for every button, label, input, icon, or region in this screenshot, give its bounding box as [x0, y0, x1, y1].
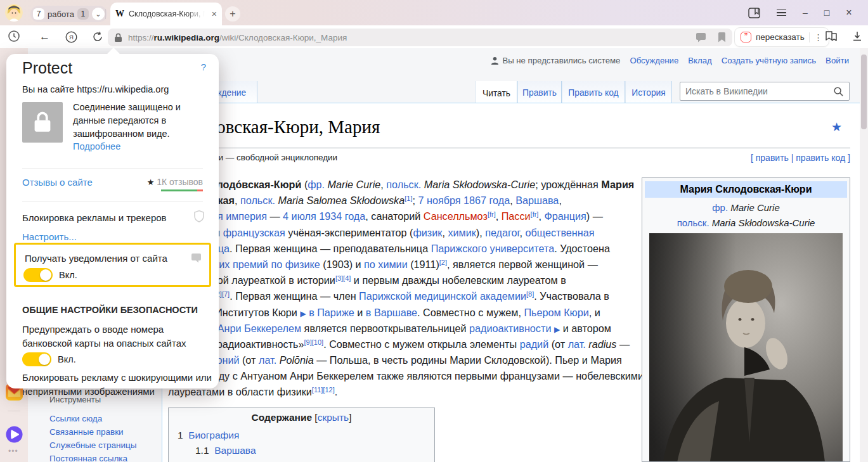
history-icon[interactable]: [8, 30, 20, 45]
extensions-icon[interactable]: [824, 30, 838, 45]
page-scrollbar-thumb[interactable]: [861, 55, 867, 129]
downloads-icon[interactable]: [852, 31, 862, 44]
panel-divider: [22, 168, 203, 169]
tab-history[interactable]: История: [625, 81, 672, 103]
tab-group[interactable]: 7 работа 1 ⌄: [30, 6, 107, 22]
sidebar-link-related[interactable]: Связанные правки: [49, 427, 124, 437]
alice-assistant-icon[interactable]: [6, 426, 23, 446]
chevron-down-icon[interactable]: ⌄: [92, 8, 105, 20]
configure-link[interactable]: Настроить...: [22, 231, 77, 242]
page-url: https://ru.wikipedia.org/wiki/Склодовска…: [128, 33, 347, 42]
url-field[interactable]: https://ru.wikipedia.org/wiki/Склодовска…: [108, 29, 732, 46]
tab-title: Склодовская-Кюри, Ма: [129, 10, 205, 18]
personal-link-login[interactable]: Войти: [826, 56, 849, 65]
infobox-name-french: фр. Marie Curie: [642, 202, 850, 213]
toggle-state-label: Вкл.: [58, 354, 76, 364]
adblock-label: Блокировка рекламы и трекеров: [22, 212, 167, 223]
sidebar-link-permalink[interactable]: Постоянная ссылка: [49, 454, 127, 462]
lang-link-fr[interactable]: фр.: [712, 202, 728, 213]
tab-group-label: работа: [48, 10, 74, 19]
toc-title: Содержание: [252, 412, 313, 423]
article-paragraph: Мари́я Склодо́вская-Кюри́ (фр. Marie Cur…: [168, 179, 644, 402]
toc-link-warsaw[interactable]: Варшава: [214, 445, 256, 456]
toc-item: 1 Биография: [178, 430, 434, 441]
rail-more-icon[interactable]: •••: [8, 447, 18, 456]
toggle-state-label: Вкл.: [59, 270, 77, 280]
protect-site-line: Вы на сайте https://ru.wikipedia.org: [22, 84, 169, 94]
lock-icon[interactable]: [114, 33, 122, 42]
connection-secure-text: Соединение защищено и данные передаются …: [73, 101, 211, 141]
tab-read[interactable]: Читать: [476, 81, 517, 103]
menu-icon[interactable]: [777, 8, 786, 18]
retell-quotes-icon: ”: [741, 32, 751, 42]
card-warning-toggle[interactable]: [22, 352, 51, 366]
retell-menu-icon[interactable]: ⋮: [814, 32, 823, 42]
tab-group-count: 7: [33, 8, 44, 20]
wiki-search-box[interactable]: [680, 82, 850, 101]
maximize-button[interactable]: □: [824, 8, 829, 18]
svg-text:Я: Я: [69, 34, 74, 41]
lang-link-pl[interactable]: польск.: [677, 217, 709, 228]
person-icon: [491, 56, 499, 65]
sidebar-link-whatlinkshere[interactable]: Ссылки сюда: [49, 414, 102, 423]
shocking-ads-label: Блокировать рекламу с шокирующими или не…: [22, 371, 212, 399]
toc-item: 1.1 Варшава: [195, 445, 434, 456]
protect-panel: Protect ? Вы на сайте https://ru.wikiped…: [6, 54, 219, 388]
bookmark-icon[interactable]: [718, 32, 726, 42]
personal-link-contributions[interactable]: Вклад: [688, 56, 711, 65]
tab-group-badge: 1: [77, 8, 89, 20]
table-of-contents: Содержание [скрыть] 1 Биография 1.1 Варш…: [168, 407, 435, 462]
yandex-home-icon[interactable]: Я: [65, 31, 77, 46]
back-icon[interactable]: ←: [39, 30, 50, 43]
user-status: Вы не представились системе: [491, 56, 620, 65]
tab-edit-source[interactable]: Править код: [562, 81, 625, 103]
refresh-icon[interactable]: [92, 31, 103, 45]
details-link[interactable]: Подробнее: [73, 141, 120, 151]
site-reviews-link[interactable]: Отзывы о сайте: [22, 177, 93, 188]
lock-icon: [33, 111, 52, 134]
notifications-toggle[interactable]: [23, 268, 53, 282]
personal-link-create-account[interactable]: Создать учётную запись: [722, 56, 816, 65]
browser-window: Вы не представились системе Обсуждение В…: [0, 0, 868, 462]
active-tab[interactable]: W Склодовская-Кюри, Ма ×: [110, 3, 222, 25]
tab-close-icon[interactable]: ×: [212, 9, 217, 19]
portrait-photo[interactable]: [649, 233, 843, 462]
panel-divider: [22, 201, 203, 202]
wiki-personal-bar: Вы не представились системе Обсуждение В…: [491, 56, 849, 65]
comment-icon[interactable]: [696, 33, 706, 42]
notifications-toggle-row: Вкл.: [23, 268, 77, 282]
protect-title: Protect: [22, 59, 72, 77]
wikipedia-favicon: W: [115, 9, 124, 19]
side-panel-icon[interactable]: [748, 8, 760, 18]
security-section-header: ОБЩИЕ НАСТРОЙКИ БЕЗОПАСНОСТИ: [22, 305, 198, 315]
toc-link-biography[interactable]: Биография: [188, 430, 239, 440]
watchlist-star-icon[interactable]: ★: [831, 120, 842, 134]
toc-header: Содержание [скрыть]: [169, 412, 434, 423]
card-warning-toggle-row: Вкл.: [22, 352, 76, 366]
new-tab-button[interactable]: +: [225, 6, 240, 22]
title-rule: [168, 148, 850, 148]
reviews-count: ★ 1К отзывов: [147, 177, 203, 187]
edit-links[interactable]: [ править | править код ]: [751, 153, 850, 163]
retell-divider: [809, 32, 810, 42]
notifications-label: Получать уведомления от сайта: [25, 253, 167, 264]
toc-hide-link[interactable]: скрыть: [318, 412, 349, 423]
retell-button[interactable]: ” пересказать ⋮: [734, 27, 829, 47]
minimize-button[interactable]: –: [803, 8, 808, 18]
infobox-name-polish: польск. Maria Skłodowska-Curie: [642, 217, 850, 228]
search-icon[interactable]: [833, 86, 844, 97]
window-controls: – □ ×: [748, 5, 852, 20]
tab-edit[interactable]: Править: [517, 81, 562, 103]
close-button[interactable]: ×: [846, 7, 852, 18]
personal-link-discussion[interactable]: Обсуждение: [630, 56, 678, 65]
sidebar-link-special[interactable]: Служебные страницы: [49, 440, 136, 450]
notification-bubble-icon: [191, 253, 202, 266]
infobox: Мария Склодовская-Кюри фр. Marie Curie п…: [642, 177, 850, 462]
profile-avatar[interactable]: [5, 4, 23, 22]
notifications-highlight-box: Получать уведомления от сайта Вкл.: [14, 243, 211, 287]
protect-help-link[interactable]: ?: [201, 61, 206, 72]
search-input[interactable]: [685, 86, 833, 96]
infobox-title: Мария Склодовская-Кюри: [645, 181, 847, 198]
shield-icon: [193, 210, 205, 225]
reviews-rating-bar: [161, 189, 203, 191]
